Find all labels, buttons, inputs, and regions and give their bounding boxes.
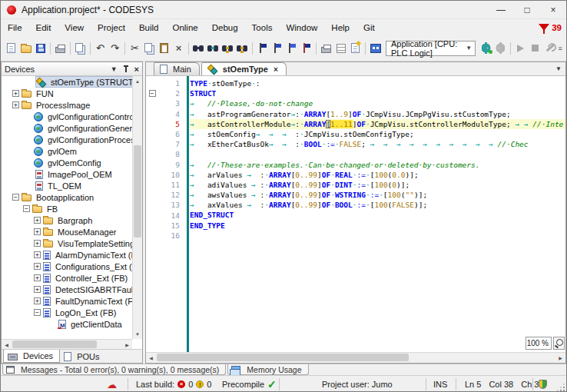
delete-button[interactable]: × [171,42,186,55]
code-line-12[interactable]: → awsValues → :·ARRAY[0..99]OF·WSTRING·:… [190,190,565,200]
scrollbar-thumb[interactable] [12,341,97,348]
tree-item-gvlconfigurationcontroller[interactable]: gvlConfigurationController [2,111,132,122]
search-project-button[interactable] [220,42,235,55]
application-combo[interactable]: Application [CPU: PLC Logic] ▼ [386,41,476,56]
menu-file[interactable]: File [1,21,29,35]
login-button[interactable] [479,42,493,55]
collapse-icon[interactable]: − [12,194,19,201]
panel-menu-icon[interactable]: ▼ [111,65,118,73]
code-line-3[interactable]: → //·Please,·do·not·change [190,98,565,108]
tab-list-dropdown-icon[interactable]: ▼ [555,65,562,72]
save-project-button[interactable] [33,42,48,55]
tree-item-bootapplication[interactable]: −Bootapplication [2,191,132,203]
magnifier-icon[interactable] [553,337,565,350]
maximize-button[interactable]: □ [514,1,540,18]
scroll-left-icon[interactable]: ◀ [2,340,12,349]
scroll-down-icon[interactable]: ▼ [133,329,142,339]
code-line-16[interactable] [190,231,565,241]
editor-tab-main[interactable]: Main [154,62,200,75]
logout-button[interactable] [493,42,508,55]
code-line-4[interactable]: → astProgramGenerator→:·ARRAY[1..9]OF·JC… [190,109,565,119]
expand-icon[interactable]: + [34,263,41,270]
editor-horizontal-scrollbar[interactable]: ◀ ▶ [146,352,565,363]
print-button[interactable] [53,42,68,55]
code-line-6[interactable]: → stOemConfig→ → → :·JCmpVisu.stOemConfi… [190,129,565,139]
tree-item-tl-oem[interactable]: TL_OEM [2,180,132,191]
visualization-styles-button[interactable] [368,42,383,55]
code-line-7[interactable]: → xEtherCatBusOk→ → :·BOOL·:=·FALSE; → →… [190,139,565,149]
tree-item-gvloem[interactable]: gvlOem [2,145,132,157]
chevron-down-icon[interactable]: ▼ [466,45,472,51]
incremental-search-button[interactable] [206,42,220,55]
tree-item-mousemanager[interactable]: +MouseManager [2,226,132,238]
tree-item-faultdynamictext-fb-[interactable]: +FaultDynamicText (FB) [2,295,132,307]
tree-item-gvlconfigurationgenerator[interactable]: gvlConfigurationGenerator [2,122,132,134]
expand-icon[interactable]: + [34,286,41,293]
scroll-right-icon[interactable]: ▶ [122,340,132,349]
replace-project-button[interactable] [235,42,250,55]
scrollbar-thumb[interactable] [134,145,141,238]
code-lines[interactable]: TYPE·stOemType·:STRUCT→ //·Please,·do·no… [146,78,565,241]
minimize-button[interactable]: — [488,1,514,18]
open-project-button[interactable] [18,42,33,55]
panel-tab-pous[interactable]: POUs [60,350,105,363]
expand-icon[interactable]: + [34,228,41,235]
menu-edit[interactable]: Edit [29,21,58,35]
new-object-button[interactable] [348,42,363,55]
menu-project[interactable]: Project [91,21,132,35]
expand-icon[interactable]: + [12,90,19,97]
code-line-15[interactable]: END_TYPE [190,221,565,231]
bookmark-previous-button[interactable] [284,42,299,55]
tree-item-bargraph[interactable]: +Bargraph [2,214,132,226]
tree-item-controller-ext-fb-[interactable]: +Controller_Ext (FB) [2,272,132,284]
fold-collapse-icon[interactable]: − [149,90,156,97]
scroll-left-icon[interactable]: ◀ [146,353,156,362]
tree-item-processimage[interactable]: +ProcessImage [2,99,132,111]
memory-usage-pane-tab[interactable]: Memory Usage [227,364,308,375]
scrollbar-thumb[interactable] [157,354,409,361]
scroll-up-icon[interactable]: ▲ [133,76,142,86]
bookmark-next-button[interactable] [270,42,284,55]
scroll-right-icon[interactable]: ▶ [555,353,565,362]
code-line-10[interactable]: → arValues → :·ARRAY[0..99]OF·REAL·:=·[1… [190,170,565,180]
tree-item-alarmdynamictext-fb-[interactable]: +AlarmDynamicText (FB) [2,249,132,261]
expand-icon[interactable]: + [12,101,19,108]
editor-zoom-level[interactable]: 100 % [526,337,552,350]
code-line-1[interactable]: TYPE·stOemType·: [190,78,565,88]
tree-item-detectsigabrtfault-fb-[interactable]: +DetectSIGABRTFault (FB) [2,284,132,295]
expand-icon[interactable]: + [34,251,41,258]
input-assistant-button[interactable] [319,42,333,55]
menu-online[interactable]: Online [165,21,204,35]
close-button[interactable]: × [540,1,566,18]
menu-debug[interactable]: Debug [205,21,245,35]
tree-item-imagepool-oem[interactable]: ImagePool_OEM [2,168,132,180]
expand-icon[interactable]: + [34,297,41,304]
tree-item-fun[interactable]: +FUN [2,88,132,99]
tree-item-gvlconfigurationprocessimage[interactable]: gvlConfigurationProcessImage [2,134,132,145]
menu-tools[interactable]: Tools [245,21,280,35]
messages-pane-tab[interactable]: Messages - Total 0 error(s), 0 warning(s… [2,364,226,375]
bookmark-toggle-button[interactable] [255,42,270,55]
start-button[interactable] [513,42,528,55]
redo-button[interactable]: ↷ [108,42,122,55]
undo-button[interactable]: ↶ [93,42,108,55]
collapse-icon[interactable]: − [23,205,30,212]
devices-vertical-scrollbar[interactable]: ▲ ▼ [132,76,142,339]
copy-button[interactable] [142,42,157,55]
code-line-8[interactable] [190,149,565,159]
expand-icon[interactable]: + [34,217,41,224]
cut-button[interactable]: ✂ [128,42,142,55]
code-line-9[interactable]: → //·These·are·examples.·Can·be·changed·… [190,160,565,170]
paste-button[interactable] [157,42,171,55]
stop-button[interactable] [528,42,542,55]
editor-tab-stoemtype[interactable]: stOemType× [201,62,287,75]
menu-view[interactable]: View [58,21,91,35]
code-editor[interactable]: TYPE·stOemType·:STRUCT→ //·Please,·do·no… [146,76,565,352]
bookmarks-clear-button[interactable] [299,42,313,55]
tree-item-configurations-ext-fb-[interactable]: +Configurations_Ext (FB) [2,261,132,272]
code-line-5[interactable]: → astControllerModule→:·ARRAY[1..11]OF·J… [190,119,565,129]
tree-item-fb[interactable]: −FB [2,203,132,214]
pin-icon[interactable] [123,65,129,73]
find-button[interactable] [191,42,206,55]
notification-count[interactable]: 39 [552,23,562,32]
